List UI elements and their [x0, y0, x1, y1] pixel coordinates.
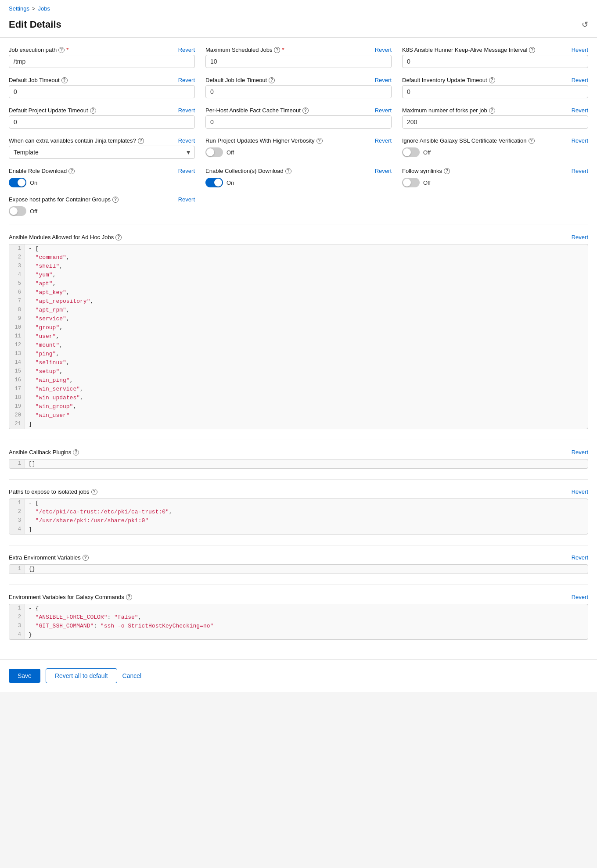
toggle-expose-host-paths[interactable]	[9, 206, 26, 216]
revert-run-project-updates-verbosity[interactable]: Revert	[375, 137, 392, 144]
revert-extra-variables-jinja[interactable]: Revert	[178, 137, 195, 144]
input-max-scheduled-jobs[interactable]	[205, 55, 392, 68]
toggle-enable-role-download[interactable]	[9, 178, 26, 187]
section-ansible-modules: Ansible Modules Allowed for Ad Hoc Jobs …	[9, 234, 588, 429]
code-editor-ansible-modules[interactable]: 1- [ 2 "command", 3 "shell", 4 "yum", 5 …	[9, 244, 588, 429]
info-icon-follow-symlinks[interactable]: ?	[444, 168, 450, 174]
info-icon-extra-variables-jinja[interactable]: ?	[138, 138, 144, 144]
toggle-ignore-ansible-galaxy-ssl[interactable]	[402, 147, 420, 157]
info-icon-paths-to-expose[interactable]: ?	[91, 489, 97, 495]
revert-default-inventory-update-timeout[interactable]: Revert	[572, 77, 588, 83]
revert-follow-symlinks[interactable]: Revert	[572, 168, 588, 174]
footer-actions: Save Revert all to default Cancel	[0, 659, 597, 692]
info-icon-max-forks-per-job[interactable]: ?	[489, 108, 495, 114]
page-title: Edit Details	[9, 19, 61, 30]
info-icon-run-project-updates-verbosity[interactable]: ?	[316, 138, 323, 144]
toggle-enable-collections-download[interactable]	[205, 178, 223, 187]
revert-k8s-keepalive[interactable]: Revert	[572, 47, 588, 53]
info-icon-env-vars-galaxy[interactable]: ?	[126, 594, 132, 600]
revert-ansible-modules[interactable]: Revert	[572, 234, 588, 240]
code-editor-env-vars-galaxy[interactable]: 1- { 2 "ANSIBLE_FORCE_COLOR": "false", 3…	[9, 604, 588, 640]
code-line: 12 "mount",	[9, 341, 588, 350]
history-button[interactable]: ↺	[582, 20, 588, 29]
revert-default-job-idle-timeout[interactable]: Revert	[375, 77, 392, 83]
code-editor-ansible-callback-plugins[interactable]: 1[]	[9, 459, 588, 469]
revert-default-job-timeout[interactable]: Revert	[178, 77, 195, 83]
revert-max-forks-per-job[interactable]: Revert	[572, 107, 588, 114]
revert-default-project-update-timeout[interactable]: Revert	[178, 107, 195, 114]
code-line: 7 "apt_repository",	[9, 297, 588, 306]
info-icon-enable-role-download[interactable]: ?	[68, 168, 75, 174]
field-expose-host-paths: Expose host paths for Container Groups ?…	[9, 196, 195, 216]
code-line: 16 "win_ping",	[9, 376, 588, 385]
toggle-follow-symlinks-text: Off	[423, 179, 431, 186]
field-default-inventory-update-timeout: Default Inventory Update Timeout ? Rever…	[402, 77, 588, 98]
toggle-run-project-updates-verbosity-text: Off	[227, 149, 234, 156]
label-max-forks-per-job: Maximum number of forks per job ?	[402, 107, 495, 114]
input-job-execution-path[interactable]	[9, 55, 195, 68]
revert-max-scheduled-jobs[interactable]: Revert	[375, 47, 392, 53]
info-icon-per-host-fact-cache-timeout[interactable]: ?	[302, 108, 309, 114]
input-default-job-timeout[interactable]	[9, 85, 195, 98]
code-line: 10 "group",	[9, 323, 588, 332]
breadcrumb-sep: >	[32, 5, 36, 12]
revert-per-host-fact-cache-timeout[interactable]: Revert	[375, 107, 392, 114]
code-editor-extra-env-vars[interactable]: 1{}	[9, 564, 588, 574]
code-line: 3 "shell",	[9, 262, 588, 271]
info-icon-default-job-timeout[interactable]: ?	[61, 77, 68, 83]
code-line: 2 "ANSIBLE_FORCE_COLOR": "false",	[9, 613, 588, 622]
label-k8s-keepalive: K8S Ansible Runner Keep-Alive Message In…	[402, 47, 535, 53]
label-default-job-timeout: Default Job Timeout ?	[9, 77, 68, 83]
info-icon-default-job-idle-timeout[interactable]: ?	[269, 77, 275, 83]
info-icon-default-inventory-update-timeout[interactable]: ?	[489, 77, 495, 83]
info-icon-job-execution-path[interactable]: ?	[58, 47, 65, 53]
toggle-ignore-ansible-galaxy-ssl-text: Off	[423, 149, 431, 156]
toggle-run-project-updates-verbosity[interactable]	[205, 147, 223, 157]
code-editor-paths-to-expose[interactable]: 1- [ 2 "/etc/pki/ca-trust:/etc/pki/ca-tr…	[9, 499, 588, 534]
toggle-enable-collections-download-text: On	[227, 179, 234, 186]
revert-all-button[interactable]: Revert all to default	[46, 668, 117, 683]
revert-env-vars-galaxy[interactable]: Revert	[572, 594, 588, 600]
input-per-host-fact-cache-timeout[interactable]	[205, 115, 392, 129]
cancel-button[interactable]: Cancel	[122, 672, 142, 679]
revert-extra-env-vars[interactable]: Revert	[572, 554, 588, 561]
revert-paths-to-expose[interactable]: Revert	[572, 488, 588, 495]
info-icon-ansible-modules[interactable]: ?	[115, 234, 122, 240]
info-icon-extra-env-vars[interactable]: ?	[83, 555, 89, 561]
info-icon-k8s-keepalive[interactable]: ?	[529, 47, 535, 53]
input-default-inventory-update-timeout[interactable]	[402, 85, 588, 98]
field-enable-role-download: Enable Role Download ? Revert On	[9, 168, 195, 187]
save-button[interactable]: Save	[9, 669, 40, 683]
code-line: 3 "GIT_SSH_COMMAND": "ssh -o StrictHostK…	[9, 622, 588, 631]
revert-ignore-ansible-galaxy-ssl[interactable]: Revert	[572, 137, 588, 144]
code-line: 17 "win_service",	[9, 385, 588, 394]
toggle-enable-role-download-text: On	[30, 179, 37, 186]
input-default-job-idle-timeout[interactable]	[205, 85, 392, 98]
revert-expose-host-paths[interactable]: Revert	[178, 196, 195, 203]
input-default-project-update-timeout[interactable]	[9, 115, 195, 129]
toggle-follow-symlinks[interactable]	[402, 178, 420, 187]
code-line: 1- [	[9, 244, 588, 253]
info-icon-max-scheduled-jobs[interactable]: ?	[274, 47, 280, 53]
section-ansible-callback-plugins: Ansible Callback Plugins ? Revert 1[]	[9, 449, 588, 469]
info-icon-enable-collections-download[interactable]: ?	[285, 168, 291, 174]
code-line: 4]	[9, 525, 588, 534]
breadcrumb-jobs[interactable]: Jobs	[38, 5, 50, 12]
input-k8s-keepalive[interactable]	[402, 55, 588, 68]
info-icon-default-project-update-timeout[interactable]: ?	[90, 108, 96, 114]
field-max-forks-per-job: Maximum number of forks per job ? Revert	[402, 107, 588, 129]
info-icon-ignore-ansible-galaxy-ssl[interactable]: ?	[529, 138, 535, 144]
breadcrumb-settings[interactable]: Settings	[9, 5, 29, 12]
info-icon-ansible-callback-plugins[interactable]: ?	[73, 449, 79, 456]
input-max-forks-per-job[interactable]	[402, 115, 588, 129]
info-icon-expose-host-paths[interactable]: ?	[112, 197, 119, 203]
revert-ansible-callback-plugins[interactable]: Revert	[572, 449, 588, 456]
code-line: 1- {	[9, 604, 588, 613]
revert-enable-collections-download[interactable]: Revert	[375, 168, 392, 174]
label-max-scheduled-jobs: Maximum Scheduled Jobs ?	[205, 47, 284, 53]
select-extra-variables-jinja[interactable]: Template Always Never	[9, 146, 195, 159]
revert-enable-role-download[interactable]: Revert	[178, 168, 195, 174]
code-line: 14 "selinux",	[9, 359, 588, 367]
revert-job-execution-path[interactable]: Revert	[178, 47, 195, 53]
code-line: 1{}	[9, 565, 588, 574]
